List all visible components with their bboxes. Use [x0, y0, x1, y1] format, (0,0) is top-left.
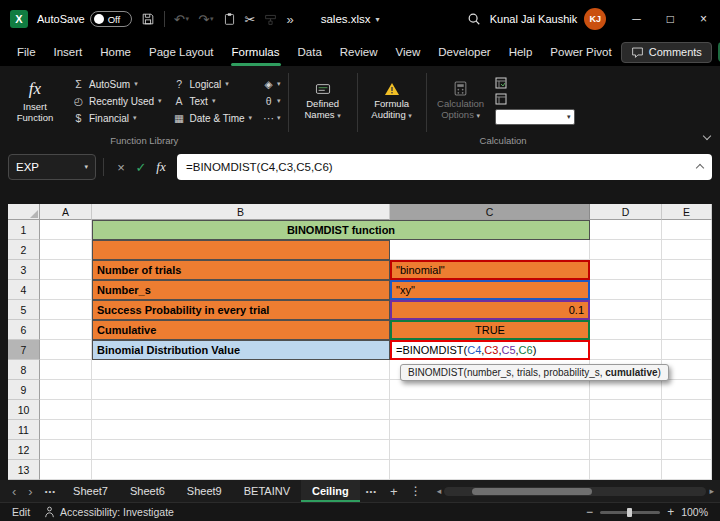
zoom-slider[interactable] — [600, 511, 660, 514]
col-header-E[interactable]: E — [662, 204, 712, 220]
accessibility-status[interactable]: Accessibility: Investigate — [44, 506, 174, 518]
col-header-B[interactable]: B — [92, 204, 390, 220]
cell-C4[interactable]: "xy" — [390, 280, 590, 300]
sheet-tab-sheet9[interactable]: Sheet9 — [176, 480, 233, 502]
cell-C6[interactable]: TRUE — [390, 320, 590, 340]
cell-A7[interactable] — [40, 340, 92, 360]
row-header-3[interactable]: 3 — [8, 260, 40, 280]
cell-E5[interactable] — [662, 300, 712, 320]
cell-D4[interactable] — [590, 280, 662, 300]
calculate-sheet-button[interactable] — [495, 93, 507, 105]
cell-E11[interactable] — [662, 420, 712, 440]
cell-A8[interactable] — [40, 360, 92, 380]
sheet-tab-betainv[interactable]: BETAINV — [233, 480, 301, 502]
cell-A4[interactable] — [40, 280, 92, 300]
row-header-13[interactable]: 13 — [8, 460, 40, 480]
zoom-in-button[interactable]: + — [667, 505, 674, 519]
sheet-tab-ceiling[interactable]: Ceiling — [301, 480, 360, 502]
select-all-button[interactable] — [8, 204, 40, 220]
menu-file[interactable]: File — [8, 38, 45, 66]
insert-function-fx-button[interactable]: fx — [151, 154, 171, 180]
cell-E7[interactable] — [662, 340, 712, 360]
cell-B3[interactable]: Number of trials — [92, 260, 390, 280]
cell-E10[interactable] — [662, 400, 712, 420]
name-box[interactable]: EXP ▾ — [8, 154, 96, 180]
calculation-combobox[interactable]: ▾ — [495, 109, 575, 125]
scroll-left-icon[interactable]: ◂ — [437, 486, 442, 496]
cell-A6[interactable] — [40, 320, 92, 340]
cell-E2[interactable] — [662, 240, 712, 260]
row-header-5[interactable]: 5 — [8, 300, 40, 320]
menu-insert[interactable]: Insert — [45, 38, 92, 66]
math-trig-button[interactable]: θ▾ — [260, 94, 283, 108]
cell-B7[interactable]: Binomial Distribution Value — [92, 340, 390, 360]
cell-D7[interactable] — [590, 340, 662, 360]
cell-B8[interactable] — [92, 360, 390, 380]
calculate-now-button[interactable] — [495, 77, 507, 89]
cell-C12[interactable] — [390, 440, 590, 460]
add-sheet-button[interactable]: + — [383, 484, 405, 499]
enter-button[interactable]: ✓ — [131, 154, 151, 180]
menu-view[interactable]: View — [387, 38, 430, 66]
cell-A3[interactable] — [40, 260, 92, 280]
cut-button[interactable]: ✂ — [245, 12, 256, 27]
row-header-6[interactable]: 6 — [8, 320, 40, 340]
cell-B10[interactable] — [92, 400, 390, 420]
formula-input[interactable]: =BINOMDIST(C4,C3,C5,C6) — [177, 154, 712, 180]
menu-review[interactable]: Review — [331, 38, 387, 66]
sheet-tab-sheet6[interactable]: Sheet6 — [119, 480, 176, 502]
cell-D11[interactable] — [590, 420, 662, 440]
undo-button[interactable]: ↶▾ — [174, 12, 189, 27]
cell-C9[interactable] — [390, 380, 590, 400]
tabs-scroll-right-button[interactable]: › — [22, 484, 38, 499]
row-header-1[interactable]: 1 — [8, 220, 40, 240]
cancel-button[interactable]: × — [111, 154, 131, 180]
cell-A12[interactable] — [40, 440, 92, 460]
text-button[interactable]: AText▾ — [170, 94, 256, 108]
more-functions-button[interactable]: ⋯▾ — [260, 111, 283, 125]
clipboard-button[interactable] — [223, 12, 236, 26]
cell-E1[interactable] — [662, 220, 712, 240]
insert-function-button[interactable]: fx Insert Function — [6, 77, 64, 125]
lookup-reference-button[interactable]: ◈▾ — [260, 77, 283, 91]
cell-A9[interactable] — [40, 380, 92, 400]
cell-C2[interactable] — [390, 240, 590, 260]
cell-E9[interactable] — [662, 380, 712, 400]
cell-D12[interactable] — [590, 440, 662, 460]
cell-B5[interactable]: Success Probability in every trial — [92, 300, 390, 320]
sheet-tab-sheet7[interactable]: Sheet7 — [62, 480, 119, 502]
cell-D13[interactable] — [590, 460, 662, 480]
maximize-button[interactable]: □ — [654, 0, 687, 38]
cell-D1[interactable] — [590, 220, 662, 240]
document-title[interactable]: sales.xlsx ▾ — [321, 13, 380, 25]
cell-B12[interactable] — [92, 440, 390, 460]
scroll-right-icon[interactable]: ▸ — [709, 486, 714, 496]
menu-home[interactable]: Home — [91, 38, 140, 66]
row-header-10[interactable]: 10 — [8, 400, 40, 420]
row-header-11[interactable]: 11 — [8, 420, 40, 440]
zoom-level[interactable]: 100% — [681, 506, 708, 518]
menu-power-pivot[interactable]: Power Pivot — [541, 38, 620, 66]
cell-D2[interactable] — [590, 240, 662, 260]
cell-A13[interactable] — [40, 460, 92, 480]
formula-bar-expand-button[interactable] — [697, 161, 703, 173]
tabs-overflow-left-button[interactable]: ••• — [39, 487, 62, 496]
ribbon-collapse-button[interactable] — [704, 125, 710, 143]
menu-help[interactable]: Help — [500, 38, 542, 66]
cell-D10[interactable] — [590, 400, 662, 420]
cell-E13[interactable] — [662, 460, 712, 480]
menu-page-layout[interactable]: Page Layout — [140, 38, 223, 66]
tabs-overflow-right-button[interactable]: ••• — [360, 487, 383, 496]
autosum-button[interactable]: ΣAutoSum▾ — [69, 77, 165, 91]
cell-B11[interactable] — [92, 420, 390, 440]
row-header-4[interactable]: 4 — [8, 280, 40, 300]
menu-data[interactable]: Data — [289, 38, 331, 66]
redo-button[interactable]: ↷▾ — [198, 12, 213, 27]
row-header-7[interactable]: 7 — [8, 340, 40, 360]
cell-B4[interactable]: Number_s — [92, 280, 390, 300]
cell-A2[interactable] — [40, 240, 92, 260]
cell-D9[interactable] — [590, 380, 662, 400]
menu-developer[interactable]: Developer — [429, 38, 499, 66]
cell-B9[interactable] — [92, 380, 390, 400]
cell-E12[interactable] — [662, 440, 712, 460]
